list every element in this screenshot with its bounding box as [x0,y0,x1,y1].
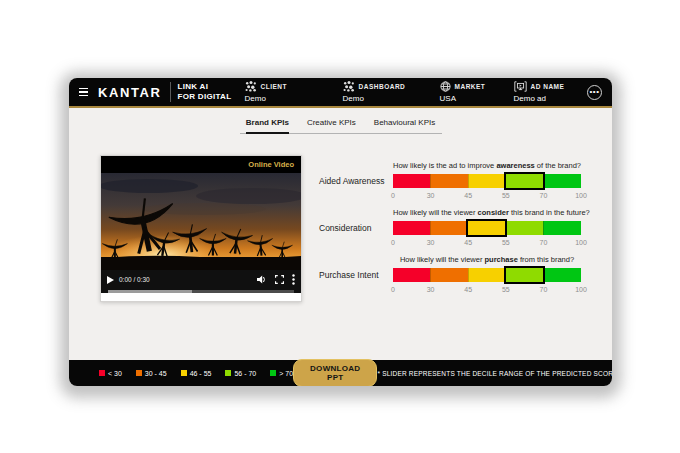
gauge-tick-label: 30 [427,239,435,246]
gauge-tick-label: 55 [502,286,510,293]
gauge-tick-label: 100 [575,192,587,199]
product-line2: FOR DIGITAL [178,92,232,102]
legend-item: 30 - 45 [136,370,167,377]
score-legend: < 30 30 - 45 46 - 55 56 - 70 > 70 [99,370,293,377]
nav-label: AD NAME [531,83,565,90]
kpi-question: How likely will the viewer purchase from… [393,255,581,264]
people-network-icon [343,81,355,92]
header-nav: CLIENT Demo DASHBOARD Demo [245,81,587,103]
kpi-block-consideration: How likely will the viewer consider this… [319,208,581,249]
video-type-badge: Online Video [248,160,294,169]
gauge-segment [393,174,430,188]
gauge-tick-label: 100 [575,239,587,246]
people-network-icon [245,81,257,92]
gauge-segment [430,268,468,282]
volume-icon[interactable] [257,275,267,284]
kpi-gauge [393,174,581,188]
globe-icon [440,81,451,92]
gauge-tick-label: 55 [502,192,510,199]
kpi-gauge [393,221,581,235]
gauge-tick-row: 030455570100 [393,286,581,296]
gauge-tick-label: 45 [464,239,472,246]
legend-swatch-red [99,370,105,376]
gauge-tick-label: 0 [391,239,395,246]
slider-footnote: * SLIDER REPRESENTS THE DECILE RANGE OF … [377,370,612,377]
download-ppt-button[interactable]: DOWNLOAD PPT [293,359,377,386]
gauge-tick-label: 30 [427,192,435,199]
tab-creative-kpis[interactable]: Creative KPIs [307,118,356,133]
gauge-tick-label: 30 [427,286,435,293]
legend-swatch-green [270,370,276,376]
gauge-tick-row: 030455570100 [393,192,581,202]
nav-item-market[interactable]: MARKET USA [440,81,514,103]
kpi-gauge [393,268,581,282]
content-area: Brand KPIs Creative KPIs Behavioural KPI… [69,108,612,360]
legend-item: < 30 [99,370,122,377]
gauge-tick-label: 0 [391,192,395,199]
nav-item-dashboard[interactable]: DASHBOARD Demo [343,81,440,103]
tab-behavioural-kpis[interactable]: Behavioural KPIs [374,118,435,133]
gauge-tick-label: 70 [539,192,547,199]
nav-value: Demo [245,94,343,103]
video-progress-played [108,290,192,293]
kebab-menu-icon[interactable] [292,274,295,285]
gauge-segment [543,268,581,282]
gauge-tick-row: 030455570100 [393,239,581,249]
nav-value: USA [440,94,514,103]
nav-value: Demo ad [514,94,565,103]
kpi-section: How likely is the ad to improve awarenes… [319,161,581,302]
gauge-tick-label: 45 [464,192,472,199]
legend-swatch-yellow [181,370,187,376]
kpi-question: How likely is the ad to improve awarenes… [393,161,581,170]
gauge-tick-label: 70 [539,239,547,246]
video-thumbnail [101,173,301,270]
play-icon[interactable] [107,276,114,284]
legend-item: > 70 [270,370,293,377]
gauge-segment-selected [506,268,543,282]
gauge-segment [430,221,468,235]
legend-item: 46 - 55 [181,370,212,377]
kpi-tabs: Brand KPIs Creative KPIs Behavioural KPI… [240,118,442,134]
video-header-bar: Online Video [101,156,301,173]
gauge-segment-selected [468,221,505,235]
nav-item-ad-name[interactable]: AD NAME Demo ad [514,81,565,103]
nav-label: MARKET [455,83,486,90]
gauge-segment [505,221,543,235]
gauge-segment [543,174,581,188]
header-divider [170,82,171,102]
kpi-block-purchase-intent: How likely will the viewer purchase from… [319,255,581,296]
legend-swatch-orange [136,370,142,376]
ellipsis-menu-button[interactable]: ••• [587,85,602,100]
nav-label: CLIENT [261,83,287,90]
video-player: Online Video [100,155,302,302]
ad-screen-icon [514,81,527,92]
gauge-tick-label: 45 [464,286,472,293]
kpi-label: Aided Awareness [319,176,393,186]
kpi-block-aided-awareness: How likely is the ad to improve awarenes… [319,161,581,202]
hamburger-menu-icon[interactable] [77,86,90,98]
kantar-logo: KANTAR [98,85,162,100]
nav-item-client[interactable]: CLIENT Demo [245,81,343,103]
gauge-segment [430,174,468,188]
gauge-segment-selected [506,174,543,188]
product-name: LINK AI FOR DIGITAL [178,82,232,103]
kpi-question: How likely will the viewer consider this… [393,208,581,217]
gauge-tick-label: 70 [539,286,547,293]
nav-value: Demo [343,94,440,103]
kpi-label: Consideration [319,223,393,233]
video-progress-bar[interactable] [108,290,294,293]
app-window: KANTAR LINK AI FOR DIGITAL CLIENT [69,78,612,386]
legend-item: 56 - 70 [225,370,256,377]
legend-swatch-lightgreen [225,370,231,376]
fullscreen-icon[interactable] [275,275,284,284]
gauge-tick-label: 100 [575,286,587,293]
gauge-segment [543,221,581,235]
product-line1: LINK AI [178,82,232,92]
app-header: KANTAR LINK AI FOR DIGITAL CLIENT [69,78,612,108]
video-time: 0:00 / 0:30 [119,276,150,283]
tab-brand-kpis[interactable]: Brand KPIs [246,118,289,134]
gauge-segment [468,174,506,188]
app-footer: < 30 30 - 45 46 - 55 56 - 70 > 70 DOWNLO… [69,360,612,386]
gauge-segment [393,268,430,282]
nav-label: DASHBOARD [359,83,406,90]
